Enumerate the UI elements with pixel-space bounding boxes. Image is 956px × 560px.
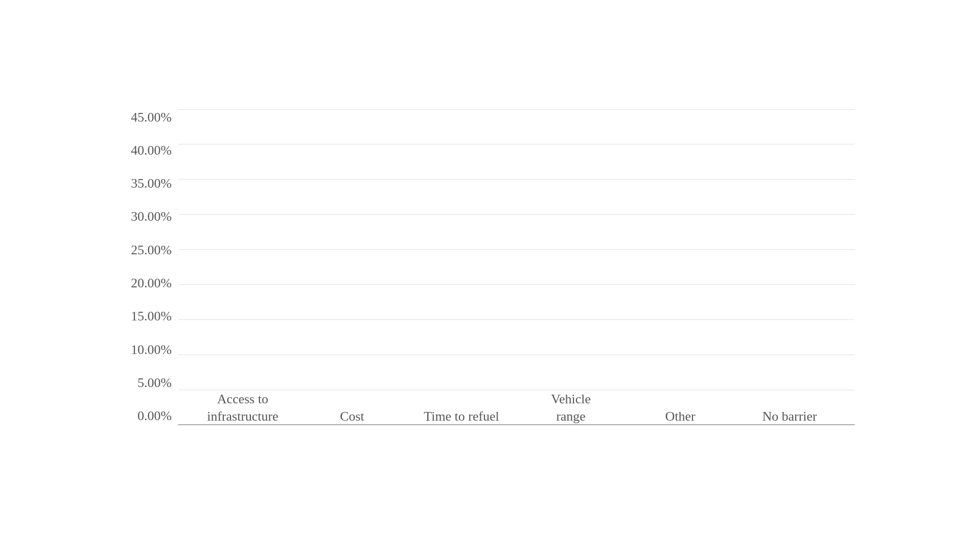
y-axis-label: 45.00% xyxy=(131,110,171,125)
chart-area: 45.00%40.00%35.00%30.00%25.00%20.00%15.0… xyxy=(132,110,855,425)
bars-and-grid: Access toinfrastructureCostTime to refue… xyxy=(178,110,855,425)
bar-label: Access toinfrastructure xyxy=(207,391,278,425)
bar-group: Cost xyxy=(306,400,398,425)
bar-group: Time to refuel xyxy=(416,400,507,425)
y-axis-label: 35.00% xyxy=(131,176,171,191)
y-axis-label: 20.00% xyxy=(131,276,171,291)
bar-group: Other xyxy=(634,400,726,425)
bar-group: Vehiclerange xyxy=(525,382,617,425)
bar-label: Vehiclerange xyxy=(551,391,591,425)
bars-row: Access toinfrastructureCostTime to refue… xyxy=(178,110,855,425)
bar-group: No barrier xyxy=(744,400,835,425)
y-axis-label: 40.00% xyxy=(131,143,171,158)
bar-group: Access toinfrastructure xyxy=(197,382,288,425)
y-axis: 45.00%40.00%35.00%30.00%25.00%20.00%15.0… xyxy=(132,110,178,425)
bar-label: Other xyxy=(665,408,695,425)
y-axis-label: 5.00% xyxy=(137,375,171,391)
y-axis-label: 25.00% xyxy=(131,243,171,258)
y-axis-label: 30.00% xyxy=(131,209,171,224)
y-axis-label: 15.00% xyxy=(131,309,171,324)
chart-title xyxy=(132,51,855,84)
bar-label: Time to refuel xyxy=(424,408,499,425)
bar-label: Cost xyxy=(340,408,364,425)
y-axis-label: 10.00% xyxy=(131,342,171,358)
chart-container: 45.00%40.00%35.00%30.00%25.00%20.00%15.0… xyxy=(71,31,885,529)
bar-label: No barrier xyxy=(762,408,817,425)
y-axis-label: 0.00% xyxy=(137,408,171,424)
